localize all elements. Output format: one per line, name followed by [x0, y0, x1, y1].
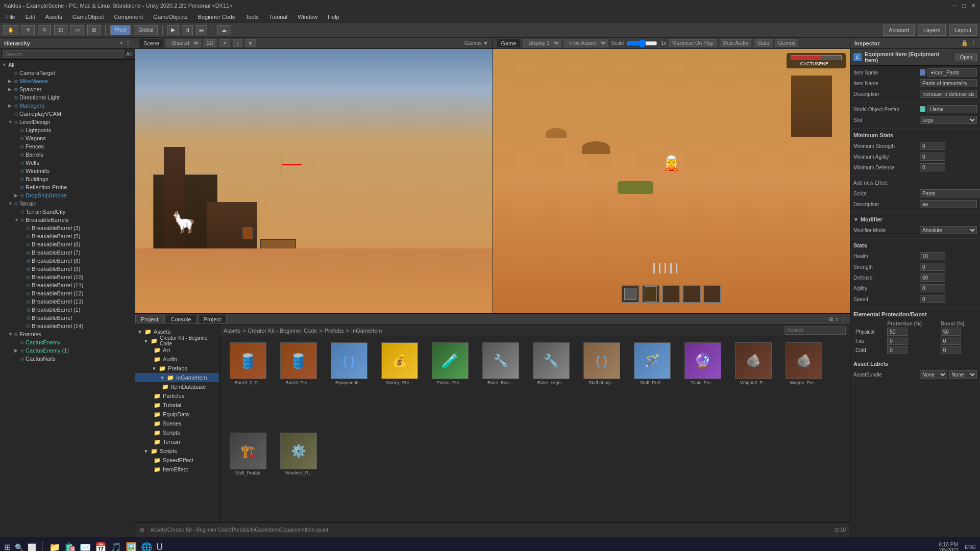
taskbar-taskview-btn[interactable]: ⬜ — [28, 543, 36, 552]
hierarchy-add-btn[interactable]: + — [120, 40, 123, 46]
tree-item-enemies[interactable]: ▼ ◇ Enemies — [0, 330, 135, 338]
tree-item-bb6[interactable]: ▶ ◇ BreakableBarrel (6) — [0, 240, 135, 248]
script-input[interactable]: Pants — [920, 189, 980, 197]
tree-item-bb12[interactable]: ▶ ◇ BreakableBarrel (12) — [0, 289, 135, 297]
sidebar-creator-kit[interactable]: ▼ 📁 Creator Kit - Beginner Code — [135, 336, 219, 345]
tree-item-bb5[interactable]: ▶ ◇ BreakableBarrel (5) — [0, 232, 135, 240]
menu-assets[interactable]: Assets — [41, 13, 66, 20]
min-agility-input[interactable]: 0 — [920, 153, 945, 161]
asset-barrel2[interactable]: 🛢️ Barrel_2_P... — [224, 340, 272, 429]
tree-item-terrain[interactable]: ▼ ◇ Terrain — [0, 199, 135, 208]
tree-item-leveldesign[interactable]: ▼ ◇ LevelDesign — [0, 118, 135, 126]
toolbar-rotate-btn[interactable]: ↻ — [38, 25, 51, 35]
sidebar-terrain[interactable]: 📁 Terrain — [135, 437, 219, 446]
tree-arrow[interactable]: ▼ — [2, 62, 8, 67]
item-name-input[interactable]: Pants of Immortality — [920, 79, 977, 87]
path-prefabs[interactable]: Prefabs — [325, 328, 344, 334]
asset-rake-basic[interactable]: 🔧 Rake_Basi... — [476, 340, 525, 429]
description-input[interactable]: Increase in defense stats — [920, 90, 977, 98]
tree-arrow[interactable]: ▶ — [14, 193, 20, 198]
tree-item-bb11[interactable]: ▶ ◇ BreakableBarrel (11) — [0, 281, 135, 289]
tree-item-dirlight[interactable]: ▶ ◇ Directional Light — [0, 93, 135, 102]
tree-item-gameplayvcam[interactable]: ▶ ◇ GameplayVCAM — [0, 110, 135, 118]
tree-item-wagons[interactable]: ▶ ◇ Wagons — [0, 134, 135, 142]
health-input[interactable]: 10 — [920, 252, 945, 260]
physical-boost-input[interactable]: 50 — [941, 328, 961, 336]
sidebar-prefabs[interactable]: ▼ 📁 Prefabs — [135, 364, 219, 373]
tree-item-windmills[interactable]: ▶ ◇ Windmills — [0, 167, 135, 175]
toolbar-scale-btn[interactable]: ⊡ — [54, 25, 67, 35]
menu-component[interactable]: Component — [110, 13, 147, 20]
tree-item-spawner[interactable]: ▶ ◇ Spawner — [0, 85, 135, 93]
scene-lighting-btn[interactable]: ☀ — [219, 39, 230, 47]
taskbar-calendar-btn[interactable]: 📅 — [95, 542, 106, 552]
tree-item-reflection-probe[interactable]: ▶ ◇ Reflection Probe — [0, 183, 135, 191]
path-assets[interactable]: Assets — [224, 328, 240, 334]
fire-protection-input[interactable]: 0 — [887, 337, 908, 345]
open-btn[interactable]: Open — [955, 54, 977, 61]
tree-arrow[interactable]: ▼ — [8, 332, 14, 337]
tree-item-cactus[interactable]: ▶ ◇ CactusEnemy — [0, 338, 135, 346]
sidebar-equipdata[interactable]: 📁 EquipData — [135, 410, 219, 419]
menu-beginner-code[interactable]: Beginner Code — [194, 13, 239, 20]
game-tab[interactable]: Game — [497, 39, 521, 47]
taskbar-store-btn[interactable]: 🛍️ — [64, 542, 76, 552]
tree-item-bb3[interactable]: ▶ ◇ BreakableBarrel (3) — [0, 224, 135, 232]
tree-item-bb7[interactable]: ▶ ◇ BreakableBarrel (7) — [0, 248, 135, 257]
taskbar-mail-btn[interactable]: ✉️ — [80, 542, 91, 552]
menu-gameobject[interactable]: GameObject — [68, 13, 108, 20]
tree-arrow[interactable]: ▼ — [8, 201, 14, 206]
asset-equipmentitem[interactable]: { } EquipmentI... — [325, 340, 373, 429]
tree-item-wells[interactable]: ▶ ◇ Wells — [0, 159, 135, 167]
hierarchy-search-input[interactable] — [3, 50, 124, 58]
scene-canvas[interactable]: 🦙 — [135, 49, 493, 313]
tree-item-bb13[interactable]: ▶ ◇ BreakableBarrel (13) — [0, 297, 135, 306]
project-tab2[interactable]: Project — [198, 315, 227, 324]
cold-boost-input[interactable]: 0 — [941, 346, 961, 354]
inv-slot-5[interactable] — [703, 285, 721, 303]
menu-tutorial[interactable]: Tutorial — [265, 13, 291, 20]
layers-btn[interactable]: Layers — [918, 24, 946, 36]
sidebar-art[interactable]: 📁 Art — [135, 345, 219, 355]
agility-input[interactable]: 0 — [920, 284, 945, 292]
asset-well[interactable]: 🏗️ Well_Prefab — [224, 431, 272, 519]
hierarchy-menu-btn[interactable]: ⋮ — [125, 40, 131, 46]
toolbar-rect-btn[interactable]: ▭ — [70, 25, 84, 35]
strength-input[interactable]: 0 — [920, 263, 945, 271]
tree-item-mikemoose[interactable]: ▶ ◇ MikeMoose — [0, 77, 135, 85]
asset-bundle-variant-select[interactable]: None — [949, 370, 977, 379]
sidebar-scripts2[interactable]: ▼ 📁 Scripts — [135, 446, 219, 456]
path-ingameitem[interactable]: InGameItem — [351, 328, 382, 334]
tree-item-bb9[interactable]: ▶ ◇ BreakableBarrel (9) — [0, 265, 135, 273]
asset-rake-lege[interactable]: 🔧 Rake_Lege... — [527, 340, 575, 429]
pivot-btn[interactable]: Pivot — [110, 25, 131, 35]
sidebar-audio[interactable]: 📁 Audio — [135, 355, 219, 364]
scene-effects-btn[interactable]: ★ — [245, 39, 256, 47]
hierarchy-tab[interactable]: Hierarchy — [4, 40, 30, 46]
taskbar-search-btn[interactable]: 🔍 — [15, 543, 23, 552]
asset-barrel-pre[interactable]: 🛢️ Barrel_Pre... — [274, 340, 323, 429]
toolbar-move-btn[interactable]: ✛ — [21, 25, 35, 35]
cold-protection-input[interactable]: 0 — [887, 346, 908, 354]
taskbar-groove-btn[interactable]: 🎵 — [110, 542, 121, 552]
scene-tab[interactable]: Scene — [139, 39, 163, 47]
fire-boost-input[interactable]: 0 — [941, 337, 961, 345]
sidebar-itemdatabase[interactable]: 📁 ItemDatabase — [135, 382, 219, 391]
menu-edit[interactable]: Edit — [21, 13, 39, 20]
speed-input[interactable]: 0 — [920, 295, 945, 303]
maximize-on-play-btn[interactable]: Maximize On Play — [669, 39, 717, 47]
asset-money[interactable]: 💰 Money_Pre... — [375, 340, 424, 429]
taskbar-chrome-btn[interactable]: 🌐 — [141, 542, 152, 552]
sidebar-speedeffect[interactable]: 📁 SpeedEffect — [135, 456, 219, 465]
aspect-dropdown[interactable]: Free Aspect — [564, 39, 608, 47]
sidebar-scenes[interactable]: 📁 Scenes — [135, 419, 219, 428]
asset-tonic[interactable]: 🔮 Tonic_Pre... — [678, 340, 727, 429]
maximize-btn[interactable]: □ — [962, 2, 966, 9]
asset-wagon-pre[interactable]: 🪨 Wagon_Pre... — [779, 340, 828, 429]
world-object-input[interactable]: Llama — [927, 105, 977, 113]
asset-staff-agility[interactable]: { } Staff of agi... — [577, 340, 626, 429]
sidebar-tutorial[interactable]: 📁 Tutorial — [135, 400, 219, 410]
min-strength-input[interactable]: 0 — [920, 142, 945, 150]
inv-slot-3[interactable] — [662, 285, 680, 303]
sidebar-particles[interactable]: 📁 Particles — [135, 391, 219, 400]
